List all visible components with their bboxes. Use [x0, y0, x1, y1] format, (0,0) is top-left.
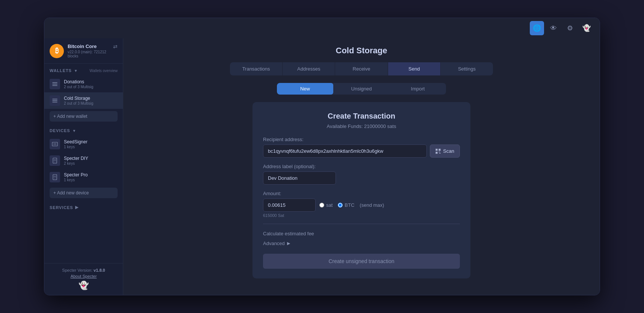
node-text: Bitcoin Core v22.0.0 (main): 721212 bloc…: [68, 44, 118, 58]
device-item-specter-pro[interactable]: Specter Pro 1 keys: [44, 169, 123, 185]
tab-settings[interactable]: Settings: [441, 62, 493, 75]
wallet-icon-donations: [50, 79, 60, 89]
amount-group: Amount: sat BTC (send m: [263, 191, 460, 218]
tab-transactions[interactable]: Transactions: [230, 62, 283, 75]
wallet-icon-cold-storage: [50, 95, 60, 106]
address-label-input[interactable]: [263, 172, 336, 185]
device-sub-specter-pro: 1 keys: [64, 178, 88, 182]
tab-receive[interactable]: Receive: [335, 62, 388, 75]
svg-rect-13: [436, 152, 437, 153]
svg-rect-14: [439, 151, 439, 152]
page-title: Cold Storage: [135, 46, 588, 56]
settings-button[interactable]: ⚙: [563, 21, 577, 35]
services-arrow: ▶: [75, 205, 79, 210]
globe-icon: 🌐: [533, 24, 541, 32]
about-specter-link[interactable]: About Specter: [50, 274, 118, 278]
available-funds: Available Funds: 21000000 sats: [263, 123, 460, 129]
wallet-sub-donations: 2 out of 3 Multisig: [64, 85, 93, 89]
eye-icon: 👁: [550, 24, 557, 32]
device-sub-seedsigner: 1 keys: [64, 145, 88, 149]
svg-rect-9: [436, 149, 437, 150]
wallet-item-donations[interactable]: Donations 2 out of 3 Multisig: [44, 76, 123, 92]
send-max-link[interactable]: (send max): [360, 202, 384, 208]
device-text-specter-pro: Specter Pro 1 keys: [64, 172, 88, 182]
wallets-section-header: WALLETS ▼ Wallets overview: [44, 64, 123, 76]
sub-tab-import[interactable]: Import: [390, 83, 446, 95]
ghost-icon: 👻: [582, 24, 591, 32]
devices-label: DEVICES: [50, 128, 70, 133]
svg-rect-1: [53, 143, 56, 145]
device-name-specter-pro: Specter Pro: [64, 172, 88, 178]
bitcoin-logo: ₿: [50, 44, 64, 58]
unit-radio-group: sat BTC (send max): [319, 202, 384, 208]
wallet-item-cold-storage[interactable]: Cold Storage 2 out of 3 Multisig: [44, 92, 123, 109]
tab-send[interactable]: Send: [388, 62, 441, 75]
top-bar: 🌐 👁 ⚙ 👻: [44, 18, 600, 38]
recipient-address-group: Recipient address:: [263, 137, 460, 158]
device-text-seedsigner: SeedSigner 1 keys: [64, 139, 88, 149]
device-name-seedsigner: SeedSigner: [64, 139, 88, 144]
sat-radio[interactable]: [319, 203, 324, 208]
advanced-row[interactable]: Advanced ▶: [263, 241, 460, 246]
device-sub-specter-diy: 2 keys: [64, 161, 88, 166]
device-text-specter-diy: Specter DIY 2 keys: [64, 156, 88, 166]
wallet-sub-cold-storage: 2 out of 3 Multisig: [64, 101, 93, 105]
advanced-label: Advanced: [263, 241, 285, 246]
version-number: v1.8.0: [94, 268, 105, 272]
amount-label: Amount:: [263, 191, 460, 196]
recipient-label: Recipient address:: [263, 137, 460, 142]
node-version: v22.0.0 (main): 721212 blocks: [68, 50, 118, 58]
wallets-overview-link[interactable]: Wallets overview: [89, 69, 118, 73]
device-item-specter-diy[interactable]: Specter DIY 2 keys: [44, 152, 123, 169]
eye-button[interactable]: 👁: [546, 21, 561, 35]
wallet-text-cold-storage: Cold Storage 2 out of 3 Multisig: [64, 96, 93, 105]
wallet-text-donations: Donations 2 out of 3 Multisig: [64, 79, 93, 89]
wallets-label: WALLETS: [50, 68, 72, 73]
ghost-emoji: 👻: [50, 281, 118, 290]
recipient-address-input[interactable]: [263, 144, 427, 158]
add-new-device-button[interactable]: + Add new device: [50, 188, 118, 198]
sat-radio-label[interactable]: sat: [319, 202, 333, 208]
svg-point-7: [54, 178, 55, 179]
address-label-field-label: Address label (optional):: [263, 164, 460, 169]
ghost-button[interactable]: 👻: [579, 21, 594, 35]
create-unsigned-transaction-button[interactable]: Create unsigned transaction: [263, 254, 460, 269]
add-new-wallet-button[interactable]: + Add new wallet: [50, 111, 118, 122]
sub-tab-new[interactable]: New: [277, 83, 333, 95]
svg-rect-6: [54, 176, 56, 178]
svg-rect-11: [439, 149, 440, 150]
main-tabs: Transactions Addresses Receive Send Sett…: [230, 62, 493, 75]
tab-addresses[interactable]: Addresses: [283, 62, 335, 75]
sub-tabs: New Unsigned Import: [277, 83, 446, 95]
devices-arrow: ▼: [72, 129, 76, 133]
svg-rect-15: [440, 151, 440, 152]
services-section-header: SERVICES ▶: [44, 200, 123, 212]
btc-radio[interactable]: [338, 203, 343, 208]
svg-rect-17: [440, 153, 440, 153]
globe-button[interactable]: 🌐: [530, 21, 544, 35]
calculate-fee-link[interactable]: Calculate estimated fee: [263, 231, 314, 236]
btc-radio-label[interactable]: BTC: [338, 202, 354, 208]
wallets-arrow: ▼: [74, 69, 78, 73]
sidebar-footer: Specter Version: v1.8.0 About Specter 👻: [44, 263, 123, 295]
device-item-seedsigner[interactable]: SeedSigner 1 keys: [44, 136, 123, 152]
device-icon-specter-diy: [50, 155, 60, 166]
qr-icon: [435, 149, 441, 154]
sub-tab-unsigned[interactable]: Unsigned: [333, 83, 390, 95]
amount-input[interactable]: [263, 199, 316, 212]
svg-point-4: [54, 162, 55, 163]
services-label: SERVICES: [50, 205, 73, 210]
devices-section-header: DEVICES ▼: [44, 124, 123, 136]
wallet-name-donations: Donations: [64, 79, 93, 84]
amount-row: sat BTC (send max): [263, 199, 460, 212]
sidebar: ₿ Bitcoin Core v22.0.0 (main): 721212 bl…: [44, 38, 123, 295]
content-area: Cold Storage Transactions Addresses Rece…: [123, 38, 600, 295]
recipient-input-row: Scan: [263, 144, 460, 158]
divider: [263, 224, 460, 224]
main-layout: ₿ Bitcoin Core v22.0.0 (main): 721212 bl…: [44, 38, 600, 295]
svg-rect-3: [54, 159, 56, 161]
device-icon-seedsigner: [50, 139, 60, 149]
node-info: ₿ Bitcoin Core v22.0.0 (main): 721212 bl…: [44, 38, 123, 64]
scan-button[interactable]: Scan: [430, 144, 460, 158]
svg-rect-18: [439, 153, 439, 153]
